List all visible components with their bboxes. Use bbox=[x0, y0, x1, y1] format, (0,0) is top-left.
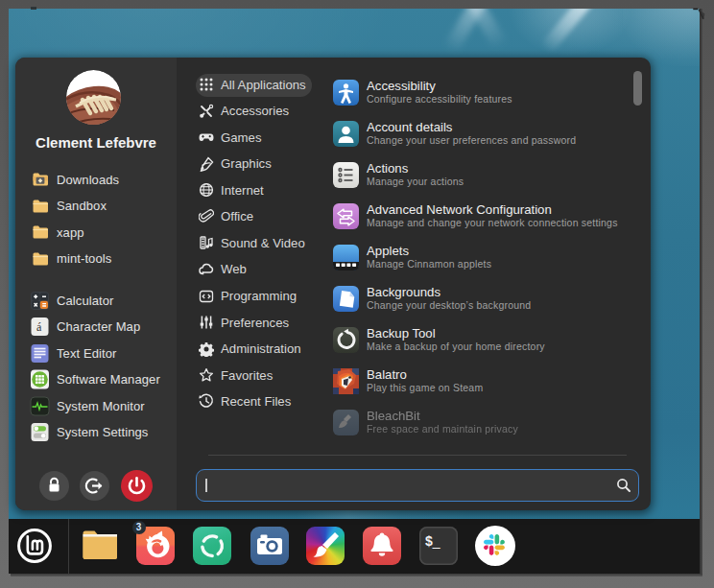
svg-text:á: á bbox=[36, 320, 42, 334]
